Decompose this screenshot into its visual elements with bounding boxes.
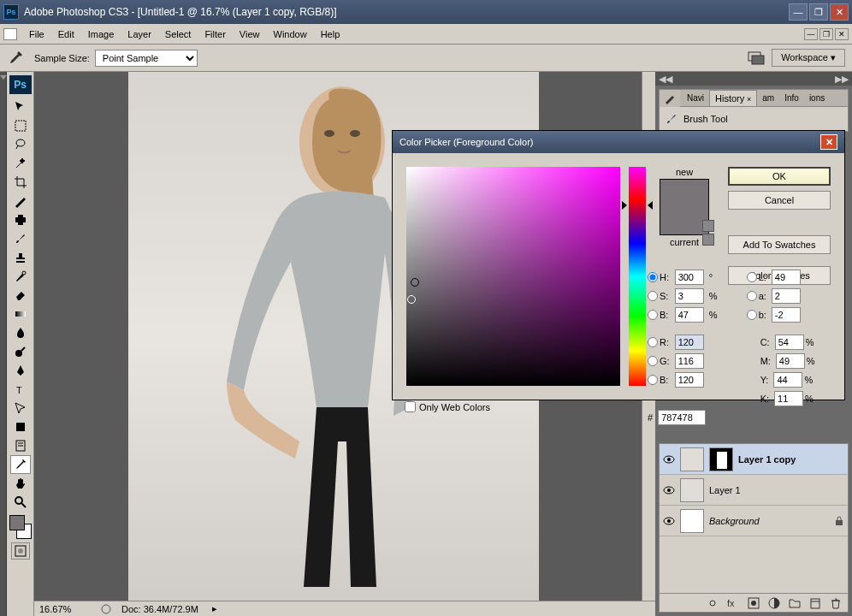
fx-icon[interactable]: fx — [726, 596, 740, 610]
trash-icon[interactable] — [829, 596, 843, 610]
menu-help[interactable]: Help — [314, 27, 347, 42]
menu-filter[interactable]: Filter — [198, 27, 232, 42]
close-button[interactable]: ✕ — [830, 3, 849, 21]
layer-name[interactable]: Background — [709, 516, 829, 526]
layer-mask-thumbnail[interactable] — [709, 447, 733, 471]
link-icon[interactable] — [706, 596, 719, 610]
ok-button[interactable]: OK — [728, 167, 831, 186]
gradient-tool[interactable] — [10, 305, 31, 323]
current-color-swatch[interactable] — [660, 207, 708, 234]
foreground-color-swatch[interactable] — [9, 515, 25, 530]
menu-select[interactable]: Select — [158, 27, 198, 42]
tab-info[interactable]: Info — [779, 91, 804, 105]
visibility-icon[interactable] — [663, 484, 675, 496]
doc-maximize-button[interactable]: ❐ — [819, 28, 833, 40]
eyedropper-tool[interactable] — [10, 455, 31, 474]
panel-collapse-right-icon[interactable]: ▶▶ — [835, 74, 849, 85]
layer-row[interactable]: Background — [660, 506, 848, 536]
history-brush-tool[interactable] — [10, 267, 31, 286]
l-radio[interactable] — [747, 272, 757, 282]
sat-radio[interactable] — [648, 291, 658, 301]
y-input[interactable] — [773, 372, 802, 388]
tab-history[interactable]: History × — [709, 90, 757, 106]
new-layer-icon[interactable] — [808, 596, 822, 610]
k-input[interactable] — [774, 391, 803, 406]
visibility-icon[interactable] — [663, 515, 675, 527]
bright-input[interactable] — [675, 307, 704, 323]
maximize-button[interactable]: ❐ — [809, 3, 828, 21]
bright-radio[interactable] — [648, 310, 658, 320]
menu-image[interactable]: Image — [81, 27, 121, 42]
cancel-button[interactable]: Cancel — [728, 191, 831, 210]
layer-thumbnail[interactable] — [680, 478, 704, 502]
tab-histogram[interactable]: am — [757, 91, 779, 105]
wand-tool[interactable] — [10, 154, 31, 173]
dodge-tool[interactable] — [10, 342, 31, 361]
dialog-close-button[interactable]: ✕ — [820, 134, 837, 150]
mask-icon[interactable] — [747, 596, 760, 610]
sat-input[interactable] — [675, 288, 704, 304]
r-input[interactable] — [675, 335, 704, 350]
lasso-tool[interactable] — [10, 135, 31, 154]
tab-actions[interactable]: ions — [804, 91, 830, 105]
screen-mode-icon[interactable] — [748, 51, 765, 65]
b-input[interactable] — [772, 307, 801, 323]
layer-thumbnail[interactable] — [680, 509, 704, 533]
color-swatches[interactable] — [9, 515, 32, 539]
tab-navigator[interactable]: Navi — [682, 91, 709, 105]
quickmask-button[interactable] — [11, 542, 30, 560]
collapse-arrow-icon[interactable] — [0, 75, 7, 80]
path-tool[interactable] — [10, 399, 31, 418]
stamp-tool[interactable] — [10, 248, 31, 267]
layer-name[interactable]: Layer 1 — [709, 485, 844, 495]
healing-tool[interactable] — [10, 210, 31, 229]
hex-input[interactable] — [658, 410, 706, 425]
menu-window[interactable]: Window — [267, 27, 314, 42]
bv-radio[interactable] — [648, 375, 658, 385]
a-input[interactable] — [772, 288, 801, 304]
menu-file[interactable]: File — [22, 27, 51, 42]
notes-tool[interactable] — [10, 436, 31, 455]
a-radio[interactable] — [747, 291, 757, 301]
hand-tool[interactable] — [10, 474, 31, 493]
minimize-button[interactable]: — — [789, 3, 808, 21]
web-colors-checkbox[interactable] — [405, 401, 416, 412]
l-input[interactable] — [772, 270, 801, 285]
color-field[interactable] — [406, 167, 620, 386]
hue-radio[interactable] — [648, 272, 658, 282]
pen-tool[interactable] — [10, 361, 31, 380]
doc-close-button[interactable]: ✕ — [835, 28, 849, 40]
menu-view[interactable]: View — [233, 27, 267, 42]
panel-collapse-left-icon[interactable]: ◀◀ — [659, 74, 672, 85]
g-radio[interactable] — [648, 356, 658, 366]
layer-row[interactable]: Layer 1 — [660, 475, 848, 506]
sample-size-select[interactable]: Point Sample — [95, 50, 198, 67]
doc-minimize-button[interactable]: — — [804, 28, 818, 40]
g-input[interactable] — [675, 353, 704, 369]
slice-tool[interactable] — [10, 192, 31, 210]
marquee-tool[interactable] — [10, 116, 31, 135]
shape-tool[interactable] — [10, 418, 31, 436]
add-swatch-button[interactable]: Add To Swatches — [728, 235, 831, 254]
c-input[interactable] — [775, 335, 804, 350]
move-tool[interactable] — [10, 98, 31, 116]
menu-edit[interactable]: Edit — [51, 27, 81, 42]
hue-input[interactable] — [675, 270, 704, 285]
dialog-titlebar[interactable]: Color Picker (Foreground Color) ✕ — [393, 131, 844, 153]
layer-row[interactable]: Layer 1 copy — [660, 444, 848, 475]
m-input[interactable] — [776, 353, 805, 369]
type-tool[interactable]: T — [10, 380, 31, 399]
blur-tool[interactable] — [10, 323, 31, 342]
layer-thumbnail[interactable] — [680, 447, 704, 471]
hue-slider[interactable] — [629, 167, 646, 386]
zoom-tool[interactable] — [10, 493, 31, 512]
panel-options-icon[interactable] — [660, 90, 680, 107]
crop-tool[interactable] — [10, 173, 31, 192]
warning-icon[interactable] — [702, 220, 714, 232]
r-radio[interactable] — [648, 337, 658, 347]
adjustment-icon[interactable] — [767, 596, 781, 610]
color-picker-ring[interactable] — [411, 278, 419, 287]
folder-icon[interactable] — [788, 596, 802, 610]
brush-tool[interactable] — [10, 229, 31, 248]
websafe-icon[interactable] — [702, 234, 714, 246]
